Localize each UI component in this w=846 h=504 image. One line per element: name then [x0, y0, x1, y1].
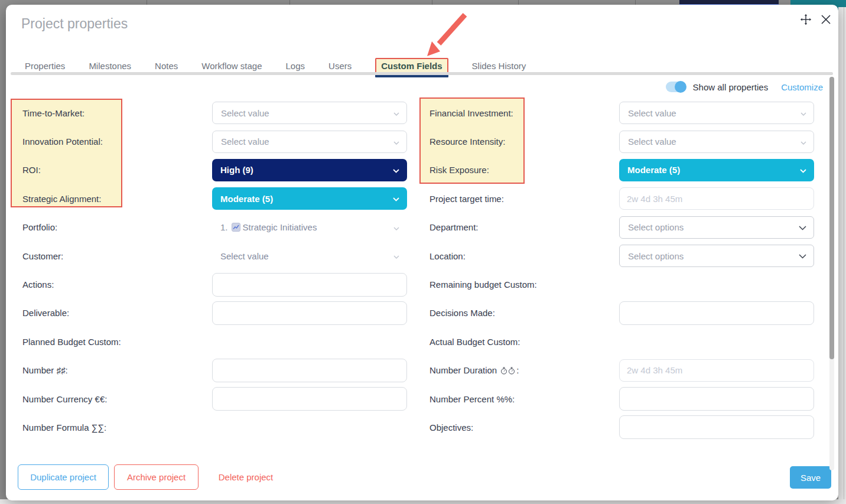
field-label: Deliverable:	[17, 308, 212, 318]
location-select[interactable]: Select options	[619, 245, 814, 267]
field-row-roi: ROI: High (9)	[17, 156, 412, 184]
field-label: Objectives:	[424, 422, 619, 433]
number-duration-input[interactable]	[619, 359, 814, 382]
chevron-down-icon	[393, 193, 399, 204]
number-currency-input[interactable]	[212, 387, 407, 411]
number-input[interactable]	[212, 359, 407, 382]
chevron-down-icon	[799, 251, 806, 261]
field-label: Actions:	[17, 279, 212, 290]
innovation-potential-select[interactable]: Select value	[212, 131, 407, 153]
scrollbar-thumb[interactable]	[829, 77, 834, 359]
field-label: Actual Budget Custom:	[424, 337, 619, 347]
close-icon[interactable]	[819, 13, 832, 26]
decisions-made-input[interactable]	[619, 301, 814, 325]
customer-select[interactable]: Select value	[212, 245, 407, 267]
tab-bar: Properties Milestones Notes Workflow sta…	[25, 58, 526, 73]
field-row-number-percent: Number Percent %%:	[424, 385, 820, 413]
field-label: Planned Budget Custom:	[17, 337, 212, 347]
field-label: Number ♯♯:	[17, 365, 212, 375]
chevron-down-icon	[393, 165, 399, 175]
stopwatch-icons	[500, 367, 515, 375]
field-row-actions: Actions:	[17, 270, 412, 298]
actions-input[interactable]	[212, 273, 407, 297]
field-label: Customer:	[17, 251, 212, 261]
field-label: Time-to-Market:	[17, 108, 212, 118]
portfolio-chart-icon	[232, 223, 240, 232]
field-label: Number Currency €€:	[17, 394, 212, 404]
risk-exposure-select[interactable]: Moderate (5)	[619, 159, 814, 181]
tab-workflow-stage[interactable]: Workflow stage	[201, 61, 262, 71]
field-row-risk-exposure: Risk Exposure: Moderate (5)	[424, 156, 820, 184]
objectives-input[interactable]	[619, 415, 814, 439]
field-row-project-target-time: Project target time:	[424, 184, 820, 213]
field-row-number: Number ♯♯:	[17, 356, 412, 385]
financial-investment-select[interactable]: Select value	[619, 102, 814, 124]
roi-select[interactable]: High (9)	[212, 159, 407, 181]
field-row-time-to-market: Time-to-Market: Select value	[17, 99, 412, 127]
field-label: Remaining budget Custom:	[424, 279, 619, 290]
field-label: Project target time:	[424, 194, 619, 204]
delete-project-button[interactable]: Delete project	[213, 464, 279, 490]
field-label: Number Formula ∑∑:	[17, 422, 212, 433]
resource-intensity-select[interactable]: Select value	[619, 131, 814, 153]
vertical-scrollbar[interactable]	[829, 77, 834, 470]
background-right-strip	[838, 7, 846, 504]
time-to-market-select[interactable]: Select value	[212, 102, 407, 124]
field-row-department: Department: Select options	[424, 213, 820, 242]
tab-notes[interactable]: Notes	[155, 61, 178, 71]
field-label: Number Percent %%:	[424, 394, 619, 404]
annotation-box-custom-fields: Custom Fields	[375, 58, 448, 74]
save-button[interactable]: Save	[790, 466, 831, 489]
chevron-down-icon	[801, 108, 806, 118]
chevron-down-icon	[393, 222, 399, 233]
field-row-number-currency: Number Currency €€:	[17, 385, 412, 413]
chevron-down-icon	[393, 136, 399, 147]
field-row-remaining-budget: Remaining budget Custom:	[424, 270, 820, 298]
chevron-down-icon	[801, 136, 806, 147]
field-label: Innovation Potential:	[17, 136, 212, 147]
project-properties-dialog: Project properties Properties Milestones…	[6, 5, 838, 500]
chevron-down-icon	[393, 108, 399, 118]
project-target-time-input[interactable]	[619, 187, 814, 210]
tab-properties[interactable]: Properties	[25, 61, 65, 71]
field-label: Strategic Alignment:	[17, 194, 212, 204]
field-row-resource-intensity: Resource Intensity: Select value	[424, 127, 820, 155]
tab-logs[interactable]: Logs	[286, 61, 305, 71]
show-all-properties-toggle[interactable]	[666, 82, 686, 92]
field-row-objectives: Objectives:	[424, 413, 820, 441]
field-row-location: Location: Select options	[424, 242, 820, 270]
chevron-down-icon	[799, 222, 806, 233]
chevron-down-icon	[393, 251, 399, 261]
field-row-financial-investment: Financial Investment: Select value	[424, 99, 820, 127]
field-label: Risk Exposure:	[424, 165, 619, 175]
field-label: Department:	[424, 222, 619, 232]
move-dialog-icon[interactable]	[799, 13, 812, 26]
strategic-alignment-select[interactable]: Moderate (5)	[212, 187, 407, 210]
tab-users[interactable]: Users	[328, 61, 352, 71]
customize-link[interactable]: Customize	[781, 82, 823, 92]
field-row-number-duration: Number Duration:	[424, 356, 820, 385]
page-title: Project properties	[21, 16, 128, 32]
field-row-number-formula: Number Formula ∑∑:	[17, 413, 412, 441]
field-label: Financial Investment:	[424, 108, 619, 118]
number-percent-input[interactable]	[619, 387, 814, 411]
field-row-decisions-made: Decisions Made:	[424, 299, 820, 327]
chevron-down-icon	[800, 165, 806, 175]
field-label: ROI:	[17, 165, 212, 175]
field-row-strategic-alignment: Strategic Alignment: Moderate (5)	[17, 184, 412, 213]
field-row-planned-budget: Planned Budget Custom:	[17, 327, 412, 356]
archive-project-button[interactable]: Archive project	[114, 464, 199, 490]
portfolio-select[interactable]: 1. Strategic Initiatives	[212, 216, 407, 239]
tab-milestones[interactable]: Milestones	[89, 61, 131, 71]
tab-divider	[11, 72, 833, 75]
tab-custom-fields[interactable]: Custom Fields	[381, 61, 442, 71]
field-row-customer: Customer: Select value	[17, 242, 412, 270]
deliverable-input[interactable]	[212, 301, 407, 325]
field-label: Location:	[424, 251, 619, 261]
field-row-portfolio: Portfolio: 1. Strategic Initiatives	[17, 213, 412, 242]
department-select[interactable]: Select options	[619, 216, 814, 239]
field-row-actual-budget: Actual Budget Custom:	[424, 327, 820, 356]
field-label: Decisions Made:	[424, 308, 619, 318]
duplicate-project-button[interactable]: Duplicate project	[18, 464, 109, 490]
tab-slides-history[interactable]: Slides History	[472, 61, 526, 71]
